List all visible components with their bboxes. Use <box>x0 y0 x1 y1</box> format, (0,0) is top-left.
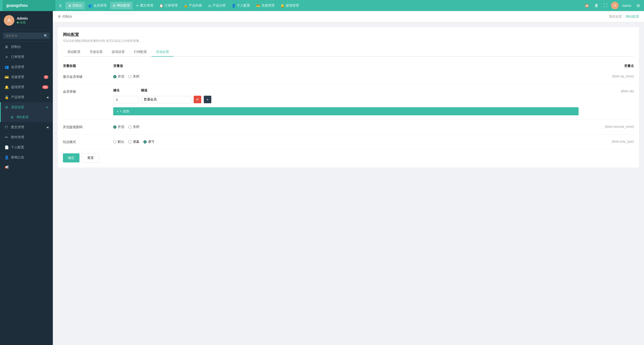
content-icon: ✏ <box>136 4 139 8</box>
col-header-label: 变量标题 <box>63 64 113 68</box>
sidebar-item-personal[interactable]: 👤 新闻公告 <box>0 152 53 162</box>
radio-show-member-on[interactable]: 开启 <box>113 74 124 79</box>
radio-group-play-mode: 默认 通赢 通亏 <box>113 139 579 145</box>
member-nav-icon: 👥 <box>5 65 9 69</box>
member-icon: 👥 <box>88 4 92 8</box>
config-varname-show-member-level: {$site.vip_show} <box>579 73 634 78</box>
topnav-item-dashboard[interactable]: 🖥 控制台 <box>65 2 85 9</box>
radio-input-withdraw-pwd-off[interactable] <box>128 125 132 129</box>
search-input[interactable] <box>3 32 50 39</box>
topnav-item-hamburger[interactable]: ☰ <box>56 2 64 9</box>
confirm-button[interactable]: 确定 <box>63 153 79 162</box>
withdraw-nav-icon: 🔔 <box>5 85 9 89</box>
sidebar-item-content[interactable]: ✏ 附件管理 <box>0 132 53 142</box>
topnav-item-product[interactable]: 🔒 产品列表 <box>181 2 205 9</box>
personal-icon: 👤 <box>232 4 236 8</box>
sidebar-item-permission[interactable]: 🛡 图文管理 ◀ <box>0 122 53 132</box>
radio-input-show-member-on[interactable] <box>113 75 116 78</box>
tab-recharge[interactable]: 充值设置 <box>85 48 107 57</box>
tab-basic[interactable]: 基础配置 <box>63 48 85 57</box>
dashboard-nav-icon: 🖥 <box>5 45 9 49</box>
user-name: Admin <box>17 16 28 20</box>
tab-other[interactable]: 其他设置 <box>151 48 174 57</box>
topnav-item-category[interactable]: 🗂 产品分类 <box>206 2 228 9</box>
breadcrumb-system[interactable]: 系统设置 <box>609 14 622 19</box>
settings-icon[interactable]: ⚙ <box>635 2 641 9</box>
topnav-item-member[interactable]: 👥 会员管理 <box>86 2 109 9</box>
expand-icon[interactable]: ⛶ <box>602 2 609 9</box>
append-plus-icon: + <box>117 110 119 113</box>
topnav-item-recharge[interactable]: 💳 充值管理 <box>254 2 277 9</box>
home-icon[interactable]: 🏠 <box>583 2 591 9</box>
config-value-member-level: 键名 键值 ✕ + + + 追加 <box>113 88 579 115</box>
sidebar-item-siteconfig[interactable]: ⚙ 网站配置 <box>0 112 53 122</box>
kv-delete-button-0[interactable]: ✕ <box>194 96 201 103</box>
kv-header-val: 键值 <box>141 88 579 93</box>
sidebar-item-recharge[interactable]: 💳 充值管理 0 <box>0 72 53 82</box>
sidebar-item-order[interactable]: ≡ 订单管理 <box>0 52 53 62</box>
kv-header: 键名 键值 <box>113 88 579 93</box>
page-title: 网站配置 <box>63 32 634 38</box>
config-row-withdraw-pwd: 开启提现密码 开启 关闭 {$s <box>63 120 634 134</box>
sidebar-item-product[interactable]: 🔒 产品管理 ◀ <box>0 92 53 102</box>
topnav-item-withdraw[interactable]: 🔔 提现管理 <box>278 2 301 9</box>
admin-label[interactable]: Admin <box>621 3 633 9</box>
col-header-value: 变量值 <box>113 64 579 68</box>
news-nav-icon: 📢 <box>5 165 9 169</box>
config-label-member-level: 会员等级 <box>63 88 113 94</box>
radio-input-play-win[interactable] <box>128 140 132 144</box>
sidebar-submenu-system: ⚙ 网站配置 <box>0 112 53 122</box>
radio-withdraw-pwd-on[interactable]: 开启 <box>113 125 124 129</box>
sidebar-item-system[interactable]: ⚙ 系统设置 ▼ <box>0 102 53 112</box>
radio-withdraw-pwd-off[interactable]: 关闭 <box>128 125 139 129</box>
kv-append-button[interactable]: + + 追加 <box>113 107 579 115</box>
radio-input-withdraw-pwd-on[interactable] <box>113 125 116 129</box>
permission-arrow-icon: ◀ <box>46 126 48 129</box>
kv-input-val-0[interactable] <box>141 96 191 103</box>
tab-withdraw[interactable]: 提现设置 <box>107 48 129 57</box>
radio-show-member-off[interactable]: 关闭 <box>128 74 139 79</box>
topnav-item-personal[interactable]: 👤 个人配置 <box>229 2 253 9</box>
radio-group-withdraw-pwd: 开启 关闭 <box>113 124 579 130</box>
kv-add-inline-button-0[interactable]: + <box>204 96 211 103</box>
topnav-item-order[interactable]: 📋 订单管理 <box>157 2 180 9</box>
config-varname-withdraw-pwd: {$site.mpsswd_show} <box>579 124 634 128</box>
config-value-play-mode: 默认 通赢 通亏 <box>113 139 579 145</box>
system-nav-icon: ⚙ <box>5 105 9 109</box>
topnav-item-siteconfig[interactable]: ⚙ 网站配置 <box>110 2 133 9</box>
delete-icon[interactable]: 🗑 <box>593 2 600 9</box>
topnav-right: 🏠 🗑 ⛶ A Admin ⚙ <box>583 2 641 9</box>
avatar: A <box>4 15 14 26</box>
config-varname-play-mode: {$site.play_type} <box>579 139 634 143</box>
breadcrumb-icon: ⚙ <box>58 15 61 18</box>
breadcrumb-current-page: 控制台 <box>62 14 72 19</box>
sidebar-item-news[interactable]: 📢 <box>0 162 53 172</box>
reset-button[interactable]: 重置 <box>82 153 99 162</box>
permission-nav-icon: 🛡 <box>5 125 9 129</box>
radio-input-show-member-off[interactable] <box>128 75 132 78</box>
radio-play-loss[interactable]: 通亏 <box>143 140 154 144</box>
sidebar-search-wrap: 🔍 <box>0 30 53 42</box>
radio-play-default[interactable]: 默认 <box>113 140 124 144</box>
sidebar-item-withdraw[interactable]: 🔔 提现管理 45 <box>0 82 53 92</box>
sidebar-item-member[interactable]: 👥 会员管理 <box>0 62 53 72</box>
order-icon: 📋 <box>159 4 163 8</box>
page-desc: 可以在此增改系统的变量和分组,也可以自定义分组和变量。 <box>63 39 634 43</box>
content-body: 网站配置 可以在此增改系统的变量和分组,也可以自定义分组和变量。 基础配置 充值… <box>53 22 644 345</box>
recharge-nav-icon: 💳 <box>5 75 9 79</box>
sidebar-user: A Admin 在线 <box>0 11 53 30</box>
sidebar-item-attachment[interactable]: 📄 个人配置 <box>0 142 53 152</box>
sidebar-item-dashboard[interactable]: 🖥 控制台 <box>0 42 53 52</box>
tab-market[interactable]: 行情配置 <box>129 48 151 57</box>
breadcrumb-siteconfig: 网站配置 <box>626 14 639 19</box>
user-status: 在线 <box>17 20 28 25</box>
radio-input-play-loss[interactable] <box>143 140 147 144</box>
kv-input-key-0[interactable] <box>113 96 138 103</box>
dashboard-icon: 🖥 <box>68 4 71 8</box>
radio-play-win[interactable]: 通赢 <box>128 140 139 144</box>
top-nav: guangzhou ☰ 🖥 控制台 👥 会员管理 ⚙ 网站配置 ✏ 图文管理 📋… <box>0 0 644 11</box>
admin-avatar: A <box>611 2 619 9</box>
topnav-item-content[interactable]: ✏ 图文管理 <box>134 2 156 9</box>
radio-input-play-default[interactable] <box>113 140 116 144</box>
recharge-icon: 💳 <box>256 4 260 8</box>
